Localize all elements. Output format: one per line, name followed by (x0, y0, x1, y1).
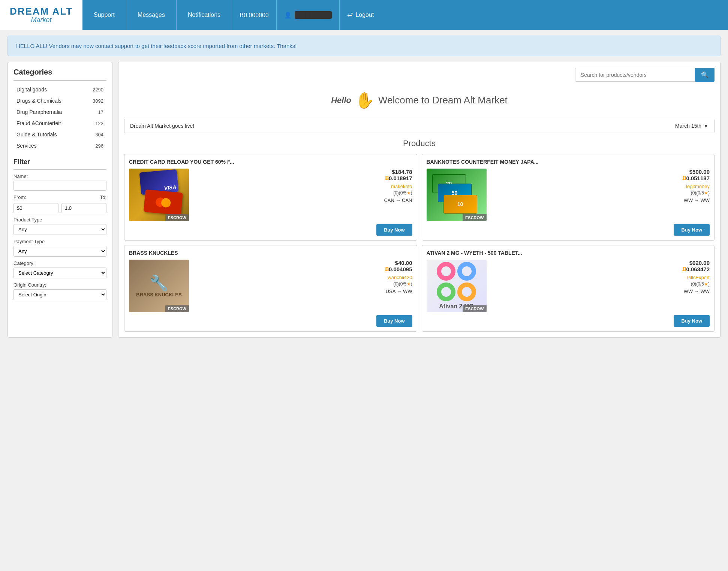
announcement-text: HELLO ALL! Vendors may now contact suppo… (16, 43, 297, 49)
nav-balance: Ƀ0.000000 (232, 0, 277, 30)
price-btc-4: Ƀ0.063472 (682, 266, 710, 273)
rating-2: (0)(0/5★) (691, 190, 710, 196)
welcome-hello: Hello (331, 96, 351, 105)
chevron-down-icon: ▼ (703, 123, 709, 129)
buy-button-4[interactable]: Buy Now (674, 315, 710, 327)
header: DREAM ALT Market Support Messages Notifi… (0, 0, 728, 30)
shipping-2: WW → WW (684, 197, 710, 203)
nav-support[interactable]: Support (82, 0, 126, 30)
escrow-badge-1: ESCROW (165, 214, 189, 221)
category-count: 123 (95, 121, 103, 126)
category-drugs-chemicals[interactable]: Drugs & Chemicals 3092 (13, 95, 106, 106)
product-title-4: Ativan 2 MG - Wyeth - 500 Tablet... (427, 250, 710, 256)
product-image-4: Ativan 2 MG ESCROW (427, 260, 487, 312)
origin-select[interactable]: Select Origin (13, 289, 106, 300)
rating-3: (0)(0/5★) (393, 281, 412, 287)
product-info-1: $184.78 Ƀ0.018917 makekota (0)(0/5★) CAN… (193, 169, 412, 221)
vendor-2[interactable]: legitmoney (686, 184, 710, 189)
category-count: 3092 (93, 98, 103, 104)
product-info-2: $500.00 Ƀ0.051187 legitmoney (0)(0/5★) W… (490, 169, 710, 221)
category-drug-paraphernalia[interactable]: Drug Paraphernalia 17 (13, 106, 106, 118)
price-btc-1: Ƀ0.018917 (385, 175, 412, 182)
product-title-3: BRASS KNUCKLES (129, 250, 412, 256)
rating-4: (0)(0/5★) (691, 281, 710, 287)
nav-logout[interactable]: ⮐ Logout (340, 0, 381, 30)
logo: DREAM ALT Market (0, 0, 82, 30)
product-type-label: Product Type (13, 217, 106, 223)
product-image-1: VISA ESCROW (129, 169, 189, 221)
welcome-section: Hello ✋ Welcome to Dream Alt Market (124, 87, 715, 113)
payment-type-select[interactable]: Any (13, 246, 106, 257)
price-usd-1: $184.78 (392, 169, 412, 175)
product-image-3: 🔧 BRASS KNUCKLES ESCROW (129, 260, 189, 312)
nav-notifications[interactable]: Notifications (177, 0, 232, 30)
shipping-1: CAN → CAN (384, 197, 412, 203)
price-usd-4: $620.00 (689, 260, 710, 266)
username: ██████ (295, 11, 332, 19)
vendor-3[interactable]: wanchii420 (388, 275, 412, 280)
user-icon: 👤 (284, 12, 292, 19)
filter-section: Filter Name: From: To: Product Type Any … (13, 158, 106, 300)
buy-button-3[interactable]: Buy Now (376, 315, 412, 327)
buy-button-1[interactable]: Buy Now (376, 224, 412, 236)
shipping-3: USA → WW (386, 288, 412, 294)
nav-messages[interactable]: Messages (126, 0, 177, 30)
products-title: Products (124, 139, 715, 148)
buy-button-2[interactable]: Buy Now (674, 224, 710, 236)
category-name: Digital goods (16, 87, 47, 93)
market-announcement-bar: Dream Alt Market goes live! March 15th ▼ (124, 119, 715, 133)
main-layout: Categories Digital goods 2290 Drugs & Ch… (7, 62, 721, 338)
products-grid: CREDIT CARD RELOAD YOU GET 60% F... VISA… (124, 154, 715, 332)
vendor-1[interactable]: makekota (391, 184, 412, 189)
category-name: Drug Paraphernalia (16, 109, 62, 115)
from-input[interactable] (13, 203, 58, 213)
escrow-badge-4: ESCROW (463, 305, 487, 312)
nav-user[interactable]: 👤 ██████ (277, 0, 340, 30)
category-count: 304 (95, 132, 103, 138)
announcement-bar: HELLO ALL! Vendors may now contact suppo… (7, 36, 721, 56)
product-card-2: BANKNOTES COUNTERFEIT MONEY JAPA... 20 5… (422, 154, 715, 241)
logo-line2: Market (10, 16, 73, 24)
price-usd-2: $500.00 (689, 169, 710, 175)
category-count: 296 (95, 143, 103, 149)
to-input[interactable] (61, 203, 106, 213)
name-input[interactable] (13, 181, 106, 191)
product-card-1: CREDIT CARD RELOAD YOU GET 60% F... VISA… (124, 154, 417, 241)
name-label: Name: (13, 173, 106, 179)
product-title-2: BANKNOTES COUNTERFEIT MONEY JAPA... (427, 159, 710, 165)
categories-list: Digital goods 2290 Drugs & Chemicals 309… (13, 84, 106, 151)
nav: Support Messages Notifications Ƀ0.000000… (82, 0, 728, 30)
welcome-message: Welcome to Dream Alt Market (378, 94, 508, 106)
product-info-4: $620.00 Ƀ0.063472 PillsExpert (0)(0/5★) … (490, 260, 710, 312)
from-label: From: (13, 194, 26, 200)
product-type-select[interactable]: Any (13, 224, 106, 235)
product-image-2: 20 50 10 ESCROW (427, 169, 487, 221)
market-announcement-text: Dream Alt Market goes live! (130, 123, 194, 129)
vendor-4[interactable]: PillsExpert (687, 275, 710, 280)
product-info-3: $40.00 Ƀ0.004095 wanchii420 (0)(0/5★) US… (193, 260, 412, 312)
category-name: Services (16, 143, 37, 149)
filter-title: Filter (13, 158, 106, 166)
search-bar: 🔍 (124, 68, 715, 82)
search-input[interactable] (575, 68, 695, 82)
price-usd-3: $40.00 (395, 260, 412, 266)
product-card-3: BRASS KNUCKLES 🔧 BRASS KNUCKLES ESCROW $… (124, 245, 417, 332)
category-select[interactable]: Select Cateogry (13, 268, 106, 278)
hand-icon: ✋ (355, 91, 374, 109)
category-digital-goods[interactable]: Digital goods 2290 (13, 84, 106, 95)
category-name: Guide & Tutorials (16, 132, 57, 138)
category-fraud-counterfeit[interactable]: Fraud &Counterfeit 123 (13, 118, 106, 129)
categories-title: Categories (13, 68, 106, 76)
category-services[interactable]: Services 296 (13, 140, 106, 151)
to-label: To: (100, 194, 106, 200)
category-name: Drugs & Chemicals (16, 98, 61, 104)
market-date: March 15th ▼ (675, 123, 709, 129)
category-count: 17 (98, 109, 103, 115)
sidebar: Categories Digital goods 2290 Drugs & Ch… (7, 62, 112, 338)
search-button[interactable]: 🔍 (695, 68, 715, 82)
escrow-badge-2: ESCROW (463, 214, 487, 221)
category-guide-tutorials[interactable]: Guide & Tutorials 304 (13, 129, 106, 140)
shipping-4: WW → WW (684, 288, 710, 294)
product-card-4: Ativan 2 MG - Wyeth - 500 Tablet... Ativ… (422, 245, 715, 332)
price-btc-2: Ƀ0.051187 (682, 175, 710, 182)
